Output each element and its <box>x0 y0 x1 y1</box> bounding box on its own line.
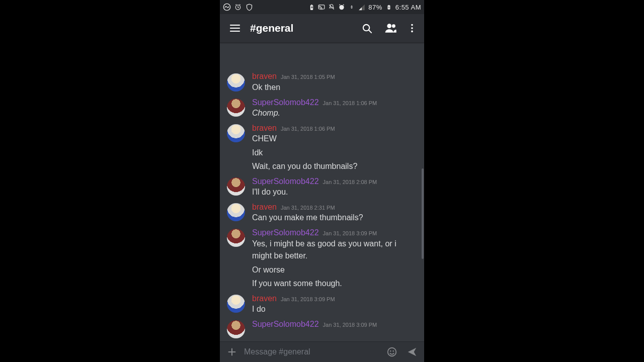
more-options-button[interactable] <box>403 16 421 40</box>
avatar[interactable] <box>227 229 245 247</box>
svg-point-15 <box>390 350 391 352</box>
message-list[interactable]: bravenJan 31, 2018 1:05 PMOk thenSuperSo… <box>220 43 424 341</box>
message-body: SuperSolomob422Jan 31, 2018 1:06 PMChomp… <box>252 98 417 119</box>
message-text: If you want some though. <box>220 277 424 291</box>
hamburger-menu-button[interactable] <box>223 16 247 40</box>
shield-icon <box>245 3 253 11</box>
send-button[interactable] <box>403 343 421 361</box>
message-header: bravenJan 31, 2018 2:31 PM <box>252 202 417 212</box>
phone-frame: 87% 6:55 AM #general bravenJan 31, 2018 … <box>220 0 424 362</box>
avatar[interactable] <box>227 99 245 117</box>
message-body: SuperSolomob422Jan 31, 2018 3:09 PM <box>252 319 417 338</box>
timestamp: Jan 31, 2018 3:09 PM <box>323 322 377 328</box>
svg-point-16 <box>392 350 394 352</box>
message-body: SuperSolomob422Jan 31, 2018 3:09 PMYes, … <box>252 228 417 261</box>
message-text: Can you make me thumbnails? <box>252 212 417 224</box>
message-text: CHEW <box>252 133 417 145</box>
message[interactable]: SuperSolomob422Jan 31, 2018 3:09 PM <box>220 316 424 339</box>
svg-point-12 <box>411 27 413 29</box>
message-input[interactable] <box>243 347 381 357</box>
svg-rect-7 <box>388 5 390 5</box>
data-icon <box>348 4 355 11</box>
message[interactable]: bravenJan 31, 2018 1:05 PMOk then <box>220 76 424 94</box>
search-button[interactable] <box>355 16 379 40</box>
username[interactable]: SuperSolomob422 <box>252 176 319 186</box>
status-bar-left <box>223 3 253 11</box>
svg-point-5 <box>340 5 344 10</box>
message-input-bar <box>220 341 424 362</box>
svg-point-8 <box>363 24 369 30</box>
timestamp: Jan 31, 2018 1:06 PM <box>281 126 335 132</box>
app-top-bar: #general <box>220 14 424 43</box>
message[interactable]: bravenJan 31, 2018 1:06 PMCHEW <box>220 120 424 146</box>
message-text: Or worse <box>220 263 424 277</box>
svg-point-10 <box>392 24 395 28</box>
avatar[interactable] <box>227 203 245 221</box>
svg-point-9 <box>387 24 391 28</box>
timestamp: Jan 31, 2018 3:09 PM <box>281 296 335 303</box>
message-header: bravenJan 31, 2018 3:09 PM <box>252 294 417 303</box>
clock-time: 6:55 AM <box>395 4 421 11</box>
svg-rect-4 <box>318 5 325 9</box>
battery-percentage: 87% <box>368 4 382 11</box>
message[interactable]: bravenJan 31, 2018 2:31 PMCan you make m… <box>220 199 424 225</box>
avatar[interactable] <box>227 295 245 313</box>
username[interactable]: braven <box>252 294 277 303</box>
avatar[interactable] <box>227 124 245 142</box>
message-body: bravenJan 31, 2018 2:31 PMCan you make m… <box>252 202 417 224</box>
message[interactable]: SuperSolomob422Jan 31, 2018 1:06 PMChomp… <box>220 95 424 120</box>
message-text: Idk <box>220 146 424 160</box>
app-icon <box>223 3 231 11</box>
mute-icon <box>328 4 335 11</box>
cast-icon <box>318 4 325 11</box>
message-header: bravenJan 31, 2018 1:05 PM <box>252 71 417 81</box>
username[interactable]: braven <box>252 202 277 212</box>
message-header: SuperSolomob422Jan 31, 2018 2:08 PM <box>252 176 417 186</box>
status-bar-right: 87% 6:55 AM <box>308 4 421 11</box>
username[interactable]: braven <box>252 71 277 81</box>
scrollbar-thumb[interactable] <box>422 168 424 259</box>
battery-charging-icon <box>385 4 392 11</box>
message-body: SuperSolomob422Jan 31, 2018 2:08 PMI'll … <box>252 176 417 198</box>
message-text: Ok then <box>252 81 417 94</box>
signal-icon <box>358 4 365 11</box>
timestamp: Jan 31, 2018 1:06 PM <box>323 100 377 107</box>
timestamp: Jan 31, 2018 2:08 PM <box>323 179 377 186</box>
message-header: bravenJan 31, 2018 1:06 PM <box>252 123 417 133</box>
avatar[interactable] <box>227 177 245 196</box>
message[interactable]: SuperSolomob422Jan 31, 2018 3:09 PMYes, … <box>220 225 424 262</box>
username[interactable]: SuperSolomob422 <box>252 319 319 329</box>
message-text: I'll do you. <box>252 186 417 198</box>
emoji-button[interactable] <box>383 343 401 361</box>
svg-point-11 <box>411 24 413 26</box>
message-text: Chomp. <box>252 107 417 119</box>
status-bar: 87% 6:55 AM <box>220 0 424 14</box>
message[interactable]: bravenJan 31, 2018 3:09 PMI do <box>220 291 424 316</box>
members-button[interactable] <box>379 16 403 40</box>
battery-saver-icon <box>308 4 315 11</box>
message-text: Wait, can you do thumbnails? <box>220 159 424 173</box>
svg-rect-3 <box>311 5 312 5</box>
message[interactable]: SuperSolomob422Jan 31, 2018 2:08 PMI'll … <box>220 173 424 199</box>
message-text: Yes, i might be as good as you want, or … <box>252 238 417 262</box>
message-text: I do <box>252 303 417 315</box>
attach-button[interactable] <box>223 343 241 361</box>
avatar[interactable] <box>227 320 245 338</box>
username[interactable]: SuperSolomob422 <box>252 98 319 107</box>
message-body: bravenJan 31, 2018 1:06 PMCHEW <box>252 123 417 145</box>
svg-point-13 <box>411 31 413 33</box>
alarm-icon <box>234 3 242 11</box>
message-header: SuperSolomob422Jan 31, 2018 3:09 PM <box>252 319 417 329</box>
message-body: bravenJan 31, 2018 3:09 PMI do <box>252 294 417 315</box>
channel-title: #general <box>247 22 355 34</box>
timestamp: Jan 31, 2018 3:09 PM <box>323 230 377 237</box>
message-header: SuperSolomob422Jan 31, 2018 1:06 PM <box>252 98 417 107</box>
timestamp: Jan 31, 2018 2:31 PM <box>281 205 335 211</box>
alarm-set-icon <box>338 4 345 11</box>
timestamp: Jan 31, 2018 1:05 PM <box>281 74 335 80</box>
svg-point-14 <box>388 348 396 356</box>
avatar[interactable] <box>227 73 245 92</box>
username[interactable]: SuperSolomob422 <box>252 228 319 237</box>
username[interactable]: braven <box>252 123 277 133</box>
message-header: SuperSolomob422Jan 31, 2018 3:09 PM <box>252 228 417 237</box>
